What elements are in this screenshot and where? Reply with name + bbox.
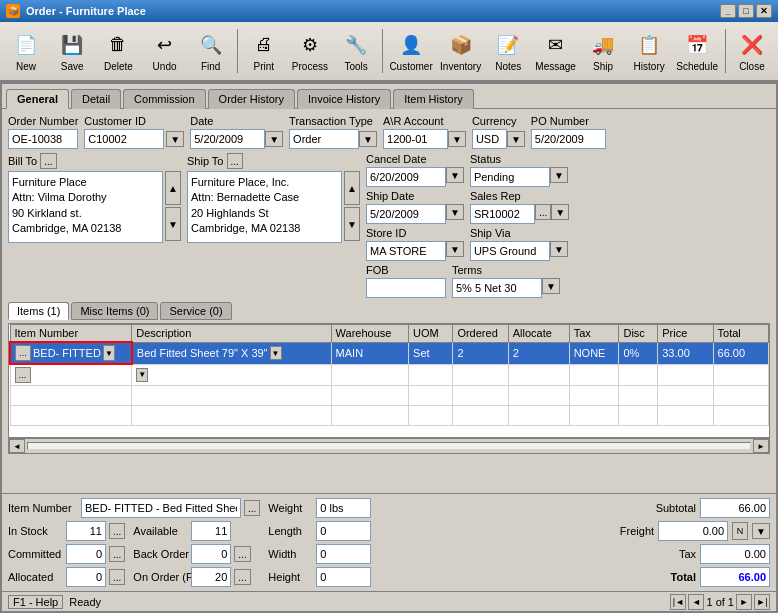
bottom-item-dots[interactable]: ... [244,500,260,516]
bill-to-dots-button[interactable]: ... [40,153,56,169]
freight-n-badge: N [732,522,748,540]
tab-commission[interactable]: Commission [123,89,206,109]
scroll-right-button[interactable]: ► [753,439,769,453]
on-order-input[interactable] [191,567,231,587]
sales-rep-dropdown[interactable]: ▼ [551,204,569,220]
ship-to-dots-button[interactable]: ... [227,153,243,169]
inner-tab-misc[interactable]: Misc Items (0) [71,302,158,320]
weight-input[interactable] [316,498,371,518]
ar-account-input[interactable] [383,129,448,149]
po-number-input[interactable] [531,129,606,149]
empty-row-dots[interactable]: ... [15,367,31,383]
transaction-type-dropdown[interactable]: ▼ [359,131,377,147]
bill-to-scroll-up[interactable]: ▲ [165,171,181,205]
currency-input[interactable] [472,129,507,149]
available-input[interactable] [191,521,231,541]
terms-dropdown[interactable]: ▼ [542,278,560,294]
transaction-type-input[interactable] [289,129,359,149]
length-input[interactable] [316,521,371,541]
currency-dropdown[interactable]: ▼ [507,131,525,147]
scroll-track[interactable] [27,442,751,450]
fob-input[interactable] [366,278,446,298]
date-dropdown-button[interactable]: ▼ [265,131,283,147]
tab-order-history[interactable]: Order History [208,89,295,109]
tab-general[interactable]: General [6,89,69,109]
customer-id-lookup-button[interactable]: ▼ [166,131,184,147]
ship-button[interactable]: 🚚 Ship [581,25,625,77]
back-order-dots[interactable]: ... [234,546,250,562]
status-input[interactable] [470,167,550,187]
item-number-dots[interactable]: ... [15,345,31,361]
sales-rep-input[interactable] [470,204,535,224]
ar-account-dropdown[interactable]: ▼ [448,131,466,147]
notes-button[interactable]: 📝 Notes [486,25,530,77]
back-order-input[interactable] [191,544,231,564]
customer-id-input[interactable] [84,129,164,149]
tab-item-history[interactable]: Item History [393,89,474,109]
cancel-date-dropdown[interactable]: ▼ [446,167,464,183]
empty-row-dropdown[interactable]: ▼ [136,368,148,382]
find-label: Find [201,61,220,72]
undo-button[interactable]: ↩ Undo [142,25,186,77]
horizontal-scrollbar[interactable]: ◄ ► [8,438,770,454]
freight-dropdown[interactable]: ▼ [752,523,770,539]
minimize-button[interactable]: _ [720,4,736,18]
ship-via-dropdown[interactable]: ▼ [550,241,568,257]
freight-input[interactable] [658,521,728,541]
tab-invoice-history[interactable]: Invoice History [297,89,391,109]
ship-date-input[interactable] [366,204,446,224]
order-number-input[interactable] [8,129,78,149]
height-input[interactable] [316,567,371,587]
print-button[interactable]: 🖨 Print [242,25,286,77]
new-button[interactable]: 📄 New [4,25,48,77]
date-input[interactable] [190,129,265,149]
item-number-dropdown[interactable]: ▼ [103,345,115,361]
ship-to-scroll-down[interactable]: ▼ [344,207,360,241]
history-button[interactable]: 📋 History [627,25,671,77]
nav-next-button[interactable]: ► [736,594,752,610]
ship-via-input[interactable] [470,241,550,261]
committed-dots[interactable]: ... [109,546,125,562]
schedule-button[interactable]: 📅 Schedule [673,25,721,77]
inner-tab-items[interactable]: Items (1) [8,302,69,320]
status-dropdown[interactable]: ▼ [550,167,568,183]
table-row[interactable]: ... BED- FITTED ▼ Bed Fitted Sheet 79" X… [10,342,769,364]
window-close-button[interactable]: ✕ [756,4,772,18]
nav-first-button[interactable]: |◄ [670,594,686,610]
allocated-dots[interactable]: ... [109,569,125,585]
store-id-dropdown[interactable]: ▼ [446,241,464,257]
terms-input[interactable] [452,278,542,298]
store-id-input[interactable] [366,241,446,261]
committed-input[interactable] [66,544,106,564]
in-stock-dots[interactable]: ... [109,523,125,539]
cancel-date-input[interactable] [366,167,446,187]
tools-button[interactable]: 🔧 Tools [334,25,378,77]
ship-date-dropdown[interactable]: ▼ [446,204,464,220]
nav-last-button[interactable]: ►| [754,594,770,610]
total-input[interactable] [700,567,770,587]
save-button[interactable]: 💾 Save [50,25,94,77]
inventory-button[interactable]: 📦 Inventory [437,25,484,77]
tab-detail[interactable]: Detail [71,89,121,109]
on-order-dots[interactable]: ... [234,569,250,585]
close-toolbar-button[interactable]: ❌ Close [730,25,774,77]
delete-button[interactable]: 🗑 Delete [96,25,140,77]
inner-tab-service[interactable]: Service (0) [160,302,231,320]
description-dropdown[interactable]: ▼ [270,346,282,360]
sales-rep-dots[interactable]: ... [535,204,551,220]
nav-prev-button[interactable]: ◄ [688,594,704,610]
ship-to-scroll-up[interactable]: ▲ [344,171,360,205]
allocated-input[interactable] [66,567,106,587]
process-button[interactable]: ⚙ Process [288,25,332,77]
bottom-item-number-input[interactable] [81,498,241,518]
message-button[interactable]: ✉ Message [532,25,579,77]
tax-input[interactable] [700,544,770,564]
subtotal-input[interactable] [700,498,770,518]
maximize-button[interactable]: □ [738,4,754,18]
width-input[interactable] [316,544,371,564]
in-stock-input[interactable] [66,521,106,541]
find-button[interactable]: 🔍 Find [189,25,233,77]
customer-button[interactable]: 👤 Customer [387,25,435,77]
bill-to-scroll-down[interactable]: ▼ [165,207,181,241]
scroll-left-button[interactable]: ◄ [9,439,25,453]
